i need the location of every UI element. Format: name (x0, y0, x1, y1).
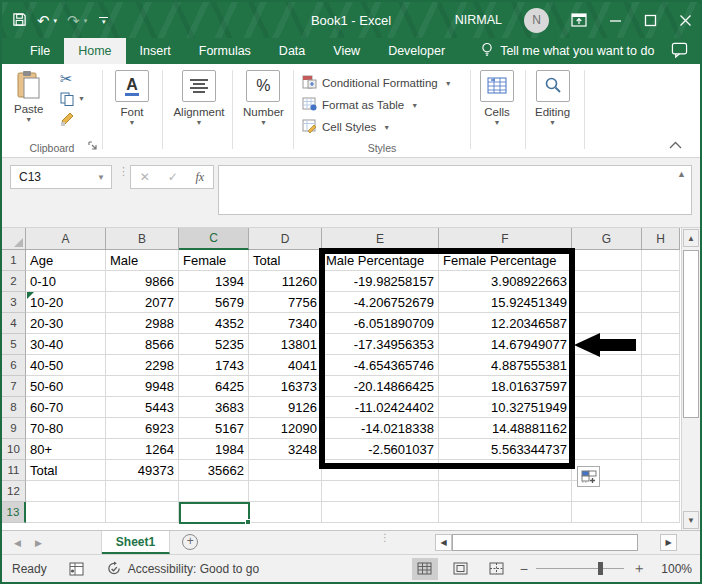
column-header-G[interactable]: G (572, 228, 642, 250)
paste-button[interactable]: Paste ▼ (14, 70, 43, 123)
cell-A10[interactable]: 80+ (26, 439, 106, 460)
cell-D7[interactable]: 16373 (249, 376, 322, 397)
format-as-table-button[interactable]: Format as Table▼ (302, 94, 452, 116)
cells-button[interactable]: Cells ▼ (480, 70, 514, 126)
cell-F1[interactable]: Female Percentage (439, 250, 572, 271)
cell-D2[interactable]: 11260 (249, 271, 322, 292)
zoom-slider-thumb[interactable] (598, 562, 603, 575)
cell-G8[interactable] (572, 397, 642, 418)
cell-F5[interactable]: 14.67949077 (439, 334, 572, 355)
cell-C12[interactable] (179, 481, 249, 502)
cell-B2[interactable]: 9866 (106, 271, 179, 292)
cell-B4[interactable]: 2988 (106, 313, 179, 334)
name-box-dropdown-icon[interactable]: ▼ (97, 173, 105, 182)
cell-H8[interactable] (642, 397, 680, 418)
tab-data[interactable]: Data (265, 38, 319, 64)
tab-developer[interactable]: Developer (374, 38, 459, 64)
new-sheet-button[interactable]: + (182, 534, 198, 550)
cell-H10[interactable] (642, 439, 680, 460)
number-button[interactable]: % Number ▼ (243, 70, 284, 126)
cell-styles-button[interactable]: Cell Styles▼ (302, 116, 452, 138)
cell-D5[interactable]: 13801 (249, 334, 322, 355)
row-header-9[interactable]: 9 (2, 418, 26, 439)
conditional-formatting-button[interactable]: Conditional Formatting▼ (302, 72, 452, 94)
next-sheet-icon[interactable]: ▶ (35, 538, 42, 548)
cell-E7[interactable]: -20.14866425 (322, 376, 439, 397)
column-header-B[interactable]: B (106, 228, 179, 250)
cell-G3[interactable] (572, 292, 642, 313)
selected-cell-outline[interactable] (179, 502, 250, 524)
cell-E1[interactable]: Male Percentage (322, 250, 439, 271)
normal-view-button[interactable] (412, 558, 438, 580)
tab-home[interactable]: Home (64, 38, 125, 64)
cell-B13[interactable] (106, 502, 179, 523)
cell-D13[interactable] (249, 502, 322, 523)
cut-icon[interactable]: ✂ (60, 70, 73, 88)
row-header-10[interactable]: 10 (2, 439, 26, 460)
cell-A12[interactable] (26, 481, 106, 502)
cell-B1[interactable]: Male (106, 250, 179, 271)
cell-H1[interactable] (642, 250, 680, 271)
cell-H3[interactable] (642, 292, 680, 313)
cell-D8[interactable]: 9126 (249, 397, 322, 418)
sheet-tab[interactable]: Sheet1 (102, 531, 170, 554)
cell-F8[interactable]: 10.32751949 (439, 397, 572, 418)
cell-G2[interactable] (572, 271, 642, 292)
cell-G4[interactable] (572, 313, 642, 334)
fill-handle[interactable] (245, 519, 251, 525)
user-avatar[interactable]: N (524, 8, 549, 33)
row-header-11[interactable]: 11 (2, 460, 26, 481)
customize-qat-icon[interactable]: ▾ (99, 17, 108, 24)
cell-B9[interactable]: 6923 (106, 418, 179, 439)
scroll-down-icon[interactable]: ▼ (683, 511, 699, 529)
ribbon-display-options-icon[interactable] (571, 13, 587, 27)
tab-file[interactable]: File (16, 38, 64, 64)
column-header-F[interactable]: F (439, 228, 572, 250)
select-all-corner[interactable] (2, 228, 26, 250)
accessibility-status[interactable]: Accessibility: Good to go (128, 562, 259, 576)
collapse-formula-bar-icon[interactable]: ▲ (677, 169, 686, 179)
cell-G9[interactable] (572, 418, 642, 439)
row-header-6[interactable]: 6 (2, 355, 26, 376)
cell-D1[interactable]: Total (249, 250, 322, 271)
cell-B5[interactable]: 8566 (106, 334, 179, 355)
cell-F2[interactable]: 3.908922663 (439, 271, 572, 292)
collapse-ribbon-icon[interactable] (669, 139, 682, 151)
cell-E4[interactable]: -6.051890709 (322, 313, 439, 334)
minimize-button[interactable] (609, 14, 622, 27)
cell-F6[interactable]: 4.887555381 (439, 355, 572, 376)
cell-F12[interactable] (439, 481, 572, 502)
cell-C10[interactable]: 1984 (179, 439, 249, 460)
cell-C5[interactable]: 5235 (179, 334, 249, 355)
cell-H9[interactable] (642, 418, 680, 439)
copy-dropdown-icon[interactable]: ▼ (78, 95, 85, 102)
cell-H13[interactable] (642, 502, 680, 523)
cell-E2[interactable]: -19.98258157 (322, 271, 439, 292)
cell-D4[interactable]: 7340 (249, 313, 322, 334)
cell-B12[interactable] (106, 481, 179, 502)
autofill-options-button[interactable] (577, 466, 600, 487)
cell-C9[interactable]: 5167 (179, 418, 249, 439)
cell-F7[interactable]: 18.01637597 (439, 376, 572, 397)
confirm-entry-icon[interactable]: ✓ (168, 170, 178, 184)
editing-button[interactable]: Editing ▼ (535, 70, 570, 126)
accessibility-icon[interactable] (106, 561, 122, 576)
cell-G6[interactable] (572, 355, 642, 376)
cell-A9[interactable]: 70-80 (26, 418, 106, 439)
cell-F3[interactable]: 15.92451349 (439, 292, 572, 313)
undo-icon[interactable]: ↶ (37, 13, 50, 28)
signed-in-user[interactable]: NIRMAL (455, 13, 502, 27)
cell-B8[interactable]: 5443 (106, 397, 179, 418)
horizontal-scrollbar[interactable]: ◀ ▶ (435, 534, 677, 551)
cell-C8[interactable]: 3683 (179, 397, 249, 418)
maximize-button[interactable] (644, 14, 657, 27)
cell-A5[interactable]: 30-40 (26, 334, 106, 355)
cell-D11[interactable] (249, 460, 322, 481)
row-header-13[interactable]: 13 (2, 502, 26, 523)
cell-H2[interactable] (642, 271, 680, 292)
cell-B7[interactable]: 9948 (106, 376, 179, 397)
cell-A13[interactable] (26, 502, 106, 523)
cell-D6[interactable]: 4041 (249, 355, 322, 376)
cell-F4[interactable]: 12.20346587 (439, 313, 572, 334)
macro-record-icon[interactable] (69, 562, 84, 576)
